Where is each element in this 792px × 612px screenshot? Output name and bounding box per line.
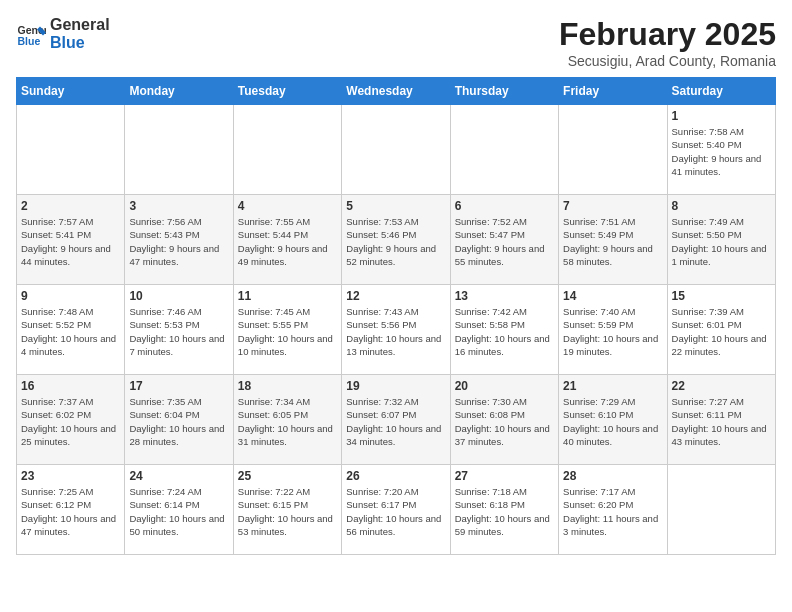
day-number: 22 [672,379,771,393]
day-number: 24 [129,469,228,483]
calendar-day-cell: 10Sunrise: 7:46 AM Sunset: 5:53 PM Dayli… [125,285,233,375]
day-info: Sunrise: 7:35 AM Sunset: 6:04 PM Dayligh… [129,395,228,448]
weekday-header-wednesday: Wednesday [342,78,450,105]
calendar-week-row: 1Sunrise: 7:58 AM Sunset: 5:40 PM Daylig… [17,105,776,195]
day-info: Sunrise: 7:39 AM Sunset: 6:01 PM Dayligh… [672,305,771,358]
calendar-day-cell: 22Sunrise: 7:27 AM Sunset: 6:11 PM Dayli… [667,375,775,465]
calendar-day-cell: 19Sunrise: 7:32 AM Sunset: 6:07 PM Dayli… [342,375,450,465]
calendar-day-cell: 1Sunrise: 7:58 AM Sunset: 5:40 PM Daylig… [667,105,775,195]
calendar-day-cell: 5Sunrise: 7:53 AM Sunset: 5:46 PM Daylig… [342,195,450,285]
calendar-day-cell [17,105,125,195]
calendar-day-cell: 7Sunrise: 7:51 AM Sunset: 5:49 PM Daylig… [559,195,667,285]
calendar-day-cell: 12Sunrise: 7:43 AM Sunset: 5:56 PM Dayli… [342,285,450,375]
day-info: Sunrise: 7:25 AM Sunset: 6:12 PM Dayligh… [21,485,120,538]
day-info: Sunrise: 7:46 AM Sunset: 5:53 PM Dayligh… [129,305,228,358]
day-info: Sunrise: 7:56 AM Sunset: 5:43 PM Dayligh… [129,215,228,268]
day-number: 6 [455,199,554,213]
weekday-header-sunday: Sunday [17,78,125,105]
calendar-day-cell: 8Sunrise: 7:49 AM Sunset: 5:50 PM Daylig… [667,195,775,285]
day-number: 2 [21,199,120,213]
day-info: Sunrise: 7:34 AM Sunset: 6:05 PM Dayligh… [238,395,337,448]
calendar-day-cell: 28Sunrise: 7:17 AM Sunset: 6:20 PM Dayli… [559,465,667,555]
day-number: 16 [21,379,120,393]
day-number: 3 [129,199,228,213]
calendar-day-cell: 6Sunrise: 7:52 AM Sunset: 5:47 PM Daylig… [450,195,558,285]
calendar-day-cell [342,105,450,195]
day-info: Sunrise: 7:58 AM Sunset: 5:40 PM Dayligh… [672,125,771,178]
day-info: Sunrise: 7:17 AM Sunset: 6:20 PM Dayligh… [563,485,662,538]
calendar-day-cell: 23Sunrise: 7:25 AM Sunset: 6:12 PM Dayli… [17,465,125,555]
calendar-day-cell: 18Sunrise: 7:34 AM Sunset: 6:05 PM Dayli… [233,375,341,465]
day-info: Sunrise: 7:49 AM Sunset: 5:50 PM Dayligh… [672,215,771,268]
day-number: 7 [563,199,662,213]
day-number: 20 [455,379,554,393]
day-info: Sunrise: 7:43 AM Sunset: 5:56 PM Dayligh… [346,305,445,358]
calendar-week-row: 9Sunrise: 7:48 AM Sunset: 5:52 PM Daylig… [17,285,776,375]
day-number: 19 [346,379,445,393]
calendar-day-cell: 9Sunrise: 7:48 AM Sunset: 5:52 PM Daylig… [17,285,125,375]
day-info: Sunrise: 7:20 AM Sunset: 6:17 PM Dayligh… [346,485,445,538]
day-info: Sunrise: 7:37 AM Sunset: 6:02 PM Dayligh… [21,395,120,448]
calendar-day-cell: 20Sunrise: 7:30 AM Sunset: 6:08 PM Dayli… [450,375,558,465]
day-info: Sunrise: 7:29 AM Sunset: 6:10 PM Dayligh… [563,395,662,448]
day-number: 14 [563,289,662,303]
day-info: Sunrise: 7:55 AM Sunset: 5:44 PM Dayligh… [238,215,337,268]
weekday-header-saturday: Saturday [667,78,775,105]
day-info: Sunrise: 7:24 AM Sunset: 6:14 PM Dayligh… [129,485,228,538]
calendar-week-row: 16Sunrise: 7:37 AM Sunset: 6:02 PM Dayli… [17,375,776,465]
day-info: Sunrise: 7:48 AM Sunset: 5:52 PM Dayligh… [21,305,120,358]
day-number: 25 [238,469,337,483]
weekday-header-friday: Friday [559,78,667,105]
calendar-table: SundayMondayTuesdayWednesdayThursdayFrid… [16,77,776,555]
calendar-day-cell: 13Sunrise: 7:42 AM Sunset: 5:58 PM Dayli… [450,285,558,375]
day-info: Sunrise: 7:40 AM Sunset: 5:59 PM Dayligh… [563,305,662,358]
calendar-day-cell: 3Sunrise: 7:56 AM Sunset: 5:43 PM Daylig… [125,195,233,285]
day-number: 4 [238,199,337,213]
day-number: 12 [346,289,445,303]
day-info: Sunrise: 7:27 AM Sunset: 6:11 PM Dayligh… [672,395,771,448]
calendar-day-cell: 17Sunrise: 7:35 AM Sunset: 6:04 PM Dayli… [125,375,233,465]
logo-blue: Blue [50,34,110,52]
day-info: Sunrise: 7:18 AM Sunset: 6:18 PM Dayligh… [455,485,554,538]
day-info: Sunrise: 7:45 AM Sunset: 5:55 PM Dayligh… [238,305,337,358]
day-number: 10 [129,289,228,303]
calendar-day-cell: 15Sunrise: 7:39 AM Sunset: 6:01 PM Dayli… [667,285,775,375]
logo-icon: General Blue [16,19,46,49]
svg-text:Blue: Blue [18,34,41,46]
calendar-day-cell: 14Sunrise: 7:40 AM Sunset: 5:59 PM Dayli… [559,285,667,375]
calendar-header: SundayMondayTuesdayWednesdayThursdayFrid… [17,78,776,105]
calendar-day-cell [125,105,233,195]
day-info: Sunrise: 7:57 AM Sunset: 5:41 PM Dayligh… [21,215,120,268]
calendar-day-cell: 21Sunrise: 7:29 AM Sunset: 6:10 PM Dayli… [559,375,667,465]
day-number: 28 [563,469,662,483]
calendar-day-cell: 11Sunrise: 7:45 AM Sunset: 5:55 PM Dayli… [233,285,341,375]
day-info: Sunrise: 7:22 AM Sunset: 6:15 PM Dayligh… [238,485,337,538]
day-number: 21 [563,379,662,393]
day-info: Sunrise: 7:32 AM Sunset: 6:07 PM Dayligh… [346,395,445,448]
day-number: 9 [21,289,120,303]
day-number: 23 [21,469,120,483]
day-number: 11 [238,289,337,303]
day-info: Sunrise: 7:52 AM Sunset: 5:47 PM Dayligh… [455,215,554,268]
calendar-day-cell [667,465,775,555]
calendar-day-cell: 4Sunrise: 7:55 AM Sunset: 5:44 PM Daylig… [233,195,341,285]
weekday-header-row: SundayMondayTuesdayWednesdayThursdayFrid… [17,78,776,105]
calendar-day-cell: 24Sunrise: 7:24 AM Sunset: 6:14 PM Dayli… [125,465,233,555]
calendar-day-cell: 26Sunrise: 7:20 AM Sunset: 6:17 PM Dayli… [342,465,450,555]
day-number: 18 [238,379,337,393]
day-number: 5 [346,199,445,213]
day-info: Sunrise: 7:30 AM Sunset: 6:08 PM Dayligh… [455,395,554,448]
calendar-day-cell [233,105,341,195]
day-number: 1 [672,109,771,123]
weekday-header-tuesday: Tuesday [233,78,341,105]
calendar-day-cell: 2Sunrise: 7:57 AM Sunset: 5:41 PM Daylig… [17,195,125,285]
calendar-day-cell: 25Sunrise: 7:22 AM Sunset: 6:15 PM Dayli… [233,465,341,555]
day-info: Sunrise: 7:51 AM Sunset: 5:49 PM Dayligh… [563,215,662,268]
sub-title: Secusigiu, Arad County, Romania [559,53,776,69]
day-number: 15 [672,289,771,303]
day-info: Sunrise: 7:53 AM Sunset: 5:46 PM Dayligh… [346,215,445,268]
day-number: 27 [455,469,554,483]
calendar-week-row: 2Sunrise: 7:57 AM Sunset: 5:41 PM Daylig… [17,195,776,285]
weekday-header-monday: Monday [125,78,233,105]
day-number: 13 [455,289,554,303]
